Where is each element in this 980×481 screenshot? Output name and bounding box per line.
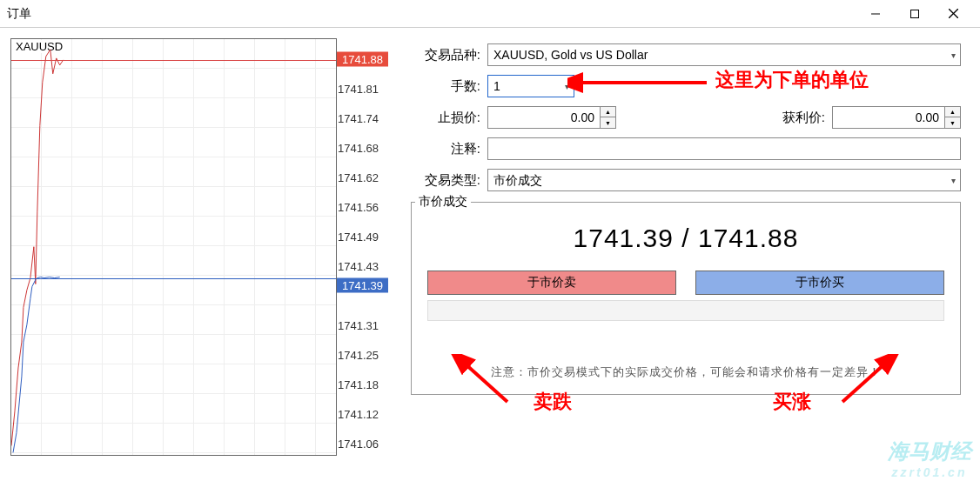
minimize-icon (871, 10, 880, 18)
stoploss-label: 止损价: (411, 110, 480, 126)
chart-panel: XAUUSD 1741.81 1741.74 1741.68 1741.62 1… (0, 28, 399, 481)
y-tick: 1741.81 (338, 83, 379, 96)
y-tick: 1741.43 (338, 260, 379, 273)
y-axis: 1741.81 1741.74 1741.68 1741.62 1741.56 … (338, 38, 399, 456)
arrow-down-icon[interactable]: ▼ (601, 117, 615, 128)
arrow-up-icon[interactable]: ▲ (601, 107, 615, 117)
stoploss-input[interactable] (487, 106, 601, 129)
takeprofit-input[interactable] (832, 106, 945, 129)
order-type-select[interactable]: 市价成交 (487, 169, 961, 191)
symbol-label: 交易品种: (411, 47, 480, 63)
y-tick: 1741.31 (338, 319, 379, 332)
y-tick: 1741.68 (338, 142, 379, 155)
annotation-sell: 卖跌 (534, 389, 572, 415)
y-tick: 1741.56 (338, 201, 379, 214)
annotation-buy: 买涨 (773, 389, 811, 415)
bid-ask-display: 1741.39 / 1741.88 (427, 224, 944, 253)
order-form: 交易品种: XAUUSD, Gold vs US Dollar ▾ 手数: ▾ … (399, 28, 980, 481)
comment-input[interactable] (487, 137, 961, 160)
y-tick: 1741.18 (338, 378, 379, 391)
notice-text: 注意：市价交易模式下的实际成交价格，可能会和请求价格有一定差异！ (427, 364, 944, 380)
takeprofit-stepper[interactable]: ▲ ▼ (945, 106, 961, 129)
buy-button[interactable]: 于市价买 (695, 271, 944, 295)
market-legend: 市价成交 (415, 194, 471, 210)
comment-label: 注释: (411, 141, 480, 157)
y-tick: 1741.25 (338, 349, 379, 362)
y-tick: 1741.74 (338, 112, 379, 125)
y-tick: 1741.62 (338, 171, 379, 184)
minimize-button[interactable] (856, 1, 895, 27)
y-tick: 1741.49 (338, 230, 379, 244)
annotation-lots: 这里为下单的单位 (715, 67, 869, 93)
chart-lines (11, 39, 336, 454)
lots-input[interactable] (487, 75, 574, 97)
market-execution-box: 市价成交 1741.39 / 1741.88 于市价卖 于市价买 注意：市价交易… (411, 202, 961, 395)
window-title: 订单 (7, 6, 856, 22)
y-tick: 1741.06 (338, 438, 379, 451)
close-button[interactable] (934, 1, 973, 27)
lots-label: 手数: (411, 78, 480, 95)
bid-line (11, 278, 336, 279)
takeprofit-label: 获利价: (782, 110, 825, 126)
bid-price-tag: 1741.39 (337, 278, 388, 293)
price-chart[interactable]: XAUUSD (10, 38, 337, 456)
arrow-up-icon[interactable]: ▲ (945, 107, 960, 117)
svg-rect-1 (910, 10, 918, 17)
y-tick: 1741.12 (338, 408, 379, 421)
symbol-select[interactable]: XAUUSD, Gold vs US Dollar (487, 43, 961, 66)
ask-price-tag: 1741.88 (337, 52, 388, 67)
maximize-button[interactable] (895, 1, 934, 27)
status-bar (427, 300, 944, 321)
arrow-down-icon[interactable]: ▼ (945, 117, 960, 128)
sell-button[interactable]: 于市价卖 (427, 271, 676, 295)
title-bar: 订单 (0, 0, 980, 28)
stoploss-stepper[interactable]: ▲ ▼ (601, 106, 616, 129)
type-label: 交易类型: (411, 172, 480, 189)
ask-line (11, 60, 336, 61)
maximize-icon (910, 10, 919, 18)
close-icon (949, 9, 958, 18)
